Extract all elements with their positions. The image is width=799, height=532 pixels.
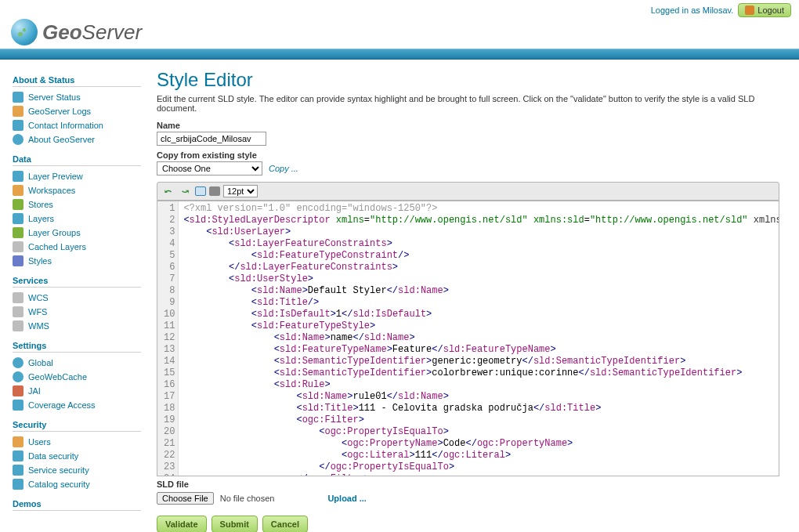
sidebar-item-label[interactable]: GeoServer Logs xyxy=(28,107,91,116)
sidebar-item-label[interactable]: Service security xyxy=(28,465,89,475)
sidebar-item-label[interactable]: Users xyxy=(28,437,51,447)
sidebar-item-label[interactable]: Global xyxy=(28,358,53,367)
sidebar-item[interactable]: WCS xyxy=(13,291,141,305)
sidebar-item[interactable]: Layer Preview xyxy=(13,169,141,183)
sidebar-item-label[interactable]: WCS xyxy=(28,293,49,302)
sidebar-item-label[interactable]: Contact Information xyxy=(28,121,103,130)
layer-groups-icon xyxy=(13,227,24,238)
globe-icon xyxy=(11,19,38,45)
jai-icon xyxy=(13,385,24,396)
sidebar-item-label[interactable]: Server Status xyxy=(28,92,81,102)
redo-icon[interactable]: ⤻ xyxy=(178,184,192,198)
sidebar-item-label[interactable]: Cached Layers xyxy=(28,242,86,252)
sidebar-item-label[interactable]: GeoWebCache xyxy=(28,372,87,382)
layers-icon xyxy=(13,213,24,224)
cancel-button[interactable]: Cancel xyxy=(262,516,308,532)
status-icon xyxy=(13,92,24,103)
sidebar: About & StatusServer StatusGeoServer Log… xyxy=(0,60,149,532)
name-label: Name xyxy=(157,121,786,130)
sidebar-item[interactable]: Global xyxy=(13,356,141,370)
workspaces-icon xyxy=(13,185,24,196)
sidebar-item[interactable]: GeoServer Logs xyxy=(13,104,141,118)
logged-in-text: Logged in as Milosav. xyxy=(651,5,734,15)
sidebar-item[interactable]: Cached Layers xyxy=(13,240,141,254)
sidebar-item-label[interactable]: Styles xyxy=(28,256,52,266)
copy-label: Copy from existing style xyxy=(157,150,786,160)
code-lines[interactable]: <?xml version="1.0" encoding="windows-12… xyxy=(179,201,779,476)
brand-logo: GeoServer xyxy=(0,17,799,49)
sidebar-item-label[interactable]: Layers xyxy=(28,214,54,223)
code-editor-scroll[interactable]: 1234567891011121314151617181920212223242… xyxy=(157,201,779,476)
wcs-icon xyxy=(13,292,24,303)
sidebar-item-label[interactable]: Layer Groups xyxy=(28,228,81,237)
sidebar-item[interactable]: Data security xyxy=(13,449,141,463)
styles-icon xyxy=(13,255,24,266)
sidebar-item-label[interactable]: WFS xyxy=(28,307,47,317)
sidebar-group-title: About & Status xyxy=(13,75,141,87)
sidebar-item[interactable]: Layer Groups xyxy=(13,226,141,240)
choose-file-button[interactable]: Choose File xyxy=(157,492,214,505)
users-icon xyxy=(13,436,24,447)
sidebar-item[interactable]: Layers xyxy=(13,212,141,226)
sidebar-item[interactable]: WMS xyxy=(13,319,141,333)
sidebar-item-label[interactable]: Data security xyxy=(28,451,78,461)
sidebar-item[interactable]: WFS xyxy=(13,305,141,319)
sidebar-item[interactable]: Catalog security xyxy=(13,477,141,491)
wms-icon xyxy=(13,320,24,331)
undo-icon[interactable]: ⤺ xyxy=(161,184,175,198)
sidebar-item[interactable]: Contact Information xyxy=(13,118,141,132)
sidebar-group-title: Services xyxy=(13,276,141,288)
coverage-icon xyxy=(13,400,24,411)
code-gutter: 1234567891011121314151617181920212223242… xyxy=(157,201,179,476)
sidebar-item-label[interactable]: About GeoServer xyxy=(28,135,95,144)
validate-button[interactable]: Validate xyxy=(157,516,207,532)
logout-button[interactable]: Logout xyxy=(738,3,791,17)
service-security-icon xyxy=(13,465,24,476)
sidebar-group-title: Data xyxy=(13,154,141,166)
sidebar-item[interactable]: Coverage Access xyxy=(13,398,141,412)
page-title: Style Editor xyxy=(157,69,786,91)
fontsize-select[interactable]: 12pt xyxy=(223,185,258,197)
logout-icon xyxy=(745,5,754,15)
sidebar-item[interactable]: Service security xyxy=(13,463,141,477)
sidebar-item-label[interactable]: Layer Preview xyxy=(28,172,83,181)
sld-file-label: SLD file xyxy=(157,480,786,489)
sidebar-item[interactable]: Users xyxy=(13,435,141,449)
sidebar-item[interactable]: About GeoServer xyxy=(13,132,141,147)
page-description: Edit the current SLD style. The editor c… xyxy=(157,94,786,113)
copy-link[interactable]: Copy ... xyxy=(269,164,298,173)
header-separator xyxy=(0,49,799,60)
sidebar-item-label[interactable]: Stores xyxy=(28,200,53,209)
sidebar-item-label[interactable]: Catalog security xyxy=(28,480,90,489)
sidebar-item[interactable]: JAI xyxy=(13,384,141,398)
logs-icon xyxy=(13,106,24,117)
submit-button[interactable]: Submit xyxy=(212,516,258,532)
editor-toolbar: ⤺ ⤻ 12pt xyxy=(157,182,779,201)
wfs-icon xyxy=(13,306,24,317)
sidebar-item-label[interactable]: Workspaces xyxy=(28,186,75,195)
sidebar-group-title: Settings xyxy=(13,341,141,353)
sidebar-item[interactable]: Server Status xyxy=(13,90,141,104)
data-security-icon xyxy=(13,451,24,461)
no-file-text: No file chosen xyxy=(220,494,275,503)
sidebar-item[interactable]: GeoWebCache xyxy=(13,370,141,384)
code-editor: 1234567891011121314151617181920212223242… xyxy=(157,201,779,476)
fullscreen-icon[interactable] xyxy=(195,186,206,196)
catalog-security-icon xyxy=(13,479,24,490)
format-icon[interactable] xyxy=(209,186,220,196)
name-input[interactable] xyxy=(157,132,266,146)
sidebar-item-label[interactable]: Coverage Access xyxy=(28,400,96,410)
sidebar-item[interactable]: Styles xyxy=(13,254,141,268)
copy-select[interactable]: Choose One xyxy=(157,161,262,176)
logout-label: Logout xyxy=(757,5,784,15)
stores-icon xyxy=(13,199,24,210)
contact-icon xyxy=(13,120,24,131)
upload-link[interactable]: Upload ... xyxy=(327,494,367,503)
layer-preview-icon xyxy=(13,171,24,182)
sidebar-item[interactable]: Workspaces xyxy=(13,183,141,197)
sidebar-group-title: Demos xyxy=(13,499,141,511)
about-icon xyxy=(13,134,24,145)
sidebar-item-label[interactable]: WMS xyxy=(28,321,49,331)
sidebar-item-label[interactable]: JAI xyxy=(28,386,41,396)
sidebar-item[interactable]: Stores xyxy=(13,197,141,212)
